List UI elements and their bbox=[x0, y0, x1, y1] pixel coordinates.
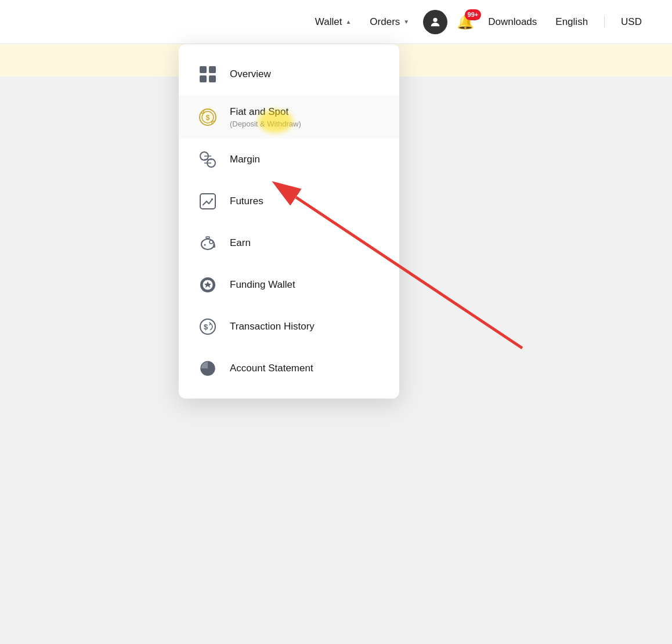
overview-icon bbox=[197, 64, 218, 85]
svg-rect-6 bbox=[200, 75, 207, 82]
orders-arrow-down-icon: ▼ bbox=[403, 19, 409, 25]
notifications-button[interactable]: 🔔 99+ bbox=[457, 14, 474, 30]
funding-wallet-icon bbox=[197, 274, 218, 295]
menu-item-earn[interactable]: Earn bbox=[179, 222, 399, 264]
earn-text: Earn bbox=[230, 237, 251, 249]
futures-text: Futures bbox=[230, 195, 263, 208]
margin-icon bbox=[197, 149, 218, 170]
account-statement-icon bbox=[197, 358, 218, 379]
margin-text: Margin bbox=[230, 153, 260, 166]
svg-point-17 bbox=[209, 240, 213, 244]
nav-divider bbox=[604, 16, 605, 28]
earn-title: Earn bbox=[230, 237, 251, 249]
menu-item-transaction-history[interactable]: $ Transaction History bbox=[179, 306, 399, 348]
menu-item-overview[interactable]: Overview bbox=[179, 53, 399, 95]
fiat-spot-icon: $ bbox=[197, 107, 218, 128]
earn-icon bbox=[197, 233, 218, 254]
svg-text:$: $ bbox=[206, 114, 210, 122]
svg-point-3 bbox=[433, 17, 438, 21]
user-avatar-button[interactable] bbox=[423, 10, 447, 34]
svg-text:$: $ bbox=[204, 323, 208, 331]
wallet-dropdown-menu: Overview $ Fiat and Spot (Deposit & With… bbox=[179, 44, 399, 399]
menu-item-funding-wallet[interactable]: Funding Wallet bbox=[179, 264, 399, 306]
svg-rect-7 bbox=[209, 75, 216, 82]
overview-text: Overview bbox=[230, 68, 271, 81]
svg-rect-5 bbox=[209, 66, 216, 73]
orders-nav-item[interactable]: Orders ▼ bbox=[363, 12, 416, 32]
funding-wallet-title: Funding Wallet bbox=[230, 278, 295, 291]
futures-title: Futures bbox=[230, 195, 263, 208]
currency-nav-item[interactable]: USD bbox=[614, 12, 649, 32]
overview-title: Overview bbox=[230, 68, 271, 81]
futures-icon bbox=[197, 191, 218, 212]
downloads-nav-item[interactable]: Downloads bbox=[481, 12, 544, 32]
wallet-arrow-up-icon: ▲ bbox=[345, 19, 351, 25]
svg-rect-19 bbox=[206, 237, 209, 238]
account-statement-text: Account Statement bbox=[230, 362, 313, 375]
notification-badge: 99+ bbox=[465, 9, 482, 20]
funding-wallet-text: Funding Wallet bbox=[230, 278, 295, 291]
menu-item-account-statement[interactable]: Account Statement bbox=[179, 348, 399, 389]
svg-rect-4 bbox=[200, 66, 207, 73]
transaction-history-title: Transaction History bbox=[230, 320, 315, 333]
margin-title: Margin bbox=[230, 153, 260, 166]
wallet-nav-item[interactable]: Wallet ▲ bbox=[308, 12, 359, 32]
navbar: Wallet ▲ Orders ▼ 🔔 99+ Downloads Englis… bbox=[0, 0, 672, 44]
language-nav-item[interactable]: English bbox=[548, 12, 595, 32]
menu-item-futures[interactable]: Futures bbox=[179, 180, 399, 222]
menu-item-margin[interactable]: Margin bbox=[179, 139, 399, 180]
svg-point-20 bbox=[204, 244, 206, 246]
highlight-annotation bbox=[258, 110, 293, 133]
usd-label: USD bbox=[621, 16, 642, 28]
svg-rect-15 bbox=[200, 194, 215, 209]
wallet-label: Wallet bbox=[315, 16, 342, 28]
transaction-history-icon: $ bbox=[197, 316, 218, 337]
english-label: English bbox=[555, 16, 588, 28]
orders-label: Orders bbox=[370, 16, 400, 28]
account-statement-title: Account Statement bbox=[230, 362, 313, 375]
transaction-history-text: Transaction History bbox=[230, 320, 315, 333]
downloads-label: Downloads bbox=[488, 16, 537, 28]
